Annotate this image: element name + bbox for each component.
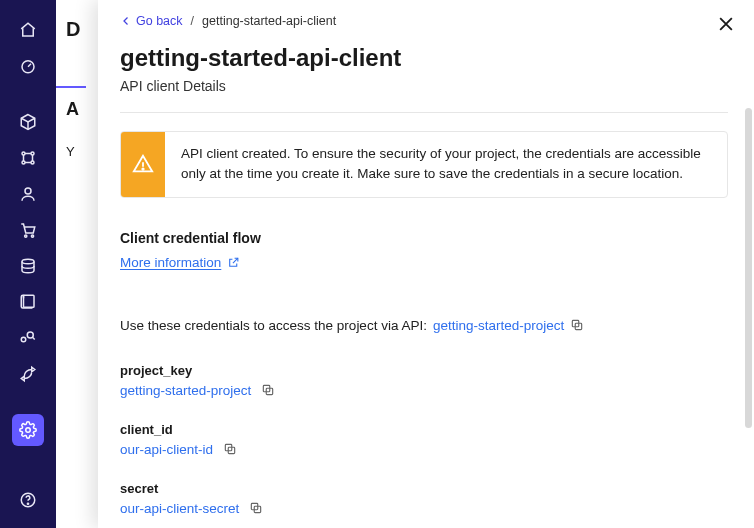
go-back-link[interactable]: Go back xyxy=(120,14,183,28)
svg-point-1 xyxy=(22,152,25,155)
go-back-label: Go back xyxy=(136,14,183,28)
project-link-label: getting-started-project xyxy=(433,318,564,333)
project-key-value[interactable]: getting-started-project xyxy=(120,383,251,398)
copy-secret-icon[interactable] xyxy=(249,501,263,515)
secret-label: secret xyxy=(120,481,728,496)
nav-settings-icon[interactable] xyxy=(12,414,44,446)
nav-categories-icon[interactable] xyxy=(12,142,44,174)
warning-icon xyxy=(121,132,165,197)
nav-orders-icon[interactable] xyxy=(12,214,44,246)
credential-secret: secret our-api-client-secret xyxy=(120,481,728,516)
nav-customers-icon[interactable] xyxy=(12,178,44,210)
credential-client-id: client_id our-api-client-id xyxy=(120,422,728,457)
more-information-link[interactable]: More information xyxy=(120,255,240,270)
svg-point-10 xyxy=(21,337,26,342)
svg-point-3 xyxy=(22,161,25,164)
copy-project-icon[interactable] xyxy=(570,318,584,332)
warning-message: API client created. To ensure the securi… xyxy=(165,132,727,197)
svg-point-5 xyxy=(25,188,31,194)
svg-point-8 xyxy=(22,259,34,264)
nav-products-icon[interactable] xyxy=(12,106,44,138)
flow-title: Client credential flow xyxy=(120,230,728,246)
svg-point-15 xyxy=(142,169,143,170)
more-information-label: More information xyxy=(120,255,221,270)
credential-project-key: project_key getting-started-project xyxy=(120,363,728,398)
secret-value[interactable]: our-api-client-secret xyxy=(120,501,239,516)
nav-home-icon[interactable] xyxy=(12,14,44,46)
svg-point-12 xyxy=(26,428,31,433)
nav-help-icon[interactable] xyxy=(12,484,44,516)
copy-project-key-icon[interactable] xyxy=(261,383,275,397)
project-key-label: project_key xyxy=(120,363,728,378)
detail-panel: Go back / getting-started-api-client get… xyxy=(98,0,754,528)
svg-point-11 xyxy=(27,332,33,338)
divider xyxy=(120,112,728,113)
warning-alert: API client created. To ensure the securi… xyxy=(120,131,728,198)
svg-rect-9 xyxy=(24,295,35,307)
svg-point-14 xyxy=(27,503,28,504)
nav-operations-icon[interactable] xyxy=(12,358,44,390)
client-id-label: client_id xyxy=(120,422,728,437)
svg-point-2 xyxy=(31,152,34,155)
sidebar xyxy=(0,0,56,528)
project-link[interactable]: getting-started-project xyxy=(433,318,564,333)
breadcrumb: Go back / getting-started-api-client xyxy=(120,14,728,28)
credentials-description-text: Use these credentials to access the proj… xyxy=(120,318,427,333)
nav-dashboard-icon[interactable] xyxy=(12,50,44,82)
copy-client-id-icon[interactable] xyxy=(223,442,237,456)
nav-search-icon[interactable] xyxy=(12,322,44,354)
svg-point-7 xyxy=(31,235,33,237)
svg-point-4 xyxy=(31,161,34,164)
credentials-description: Use these credentials to access the proj… xyxy=(120,318,728,333)
nav-content-icon[interactable] xyxy=(12,286,44,318)
page-title: getting-started-api-client xyxy=(120,44,728,72)
nav-discounts-icon[interactable] xyxy=(12,250,44,282)
svg-point-6 xyxy=(25,235,27,237)
page-subtitle: API client Details xyxy=(120,78,728,94)
close-button[interactable] xyxy=(716,14,736,34)
scrollbar-thumb[interactable] xyxy=(745,108,752,428)
breadcrumb-separator: / xyxy=(191,14,194,28)
client-id-value[interactable]: our-api-client-id xyxy=(120,442,213,457)
breadcrumb-current: getting-started-api-client xyxy=(202,14,336,28)
